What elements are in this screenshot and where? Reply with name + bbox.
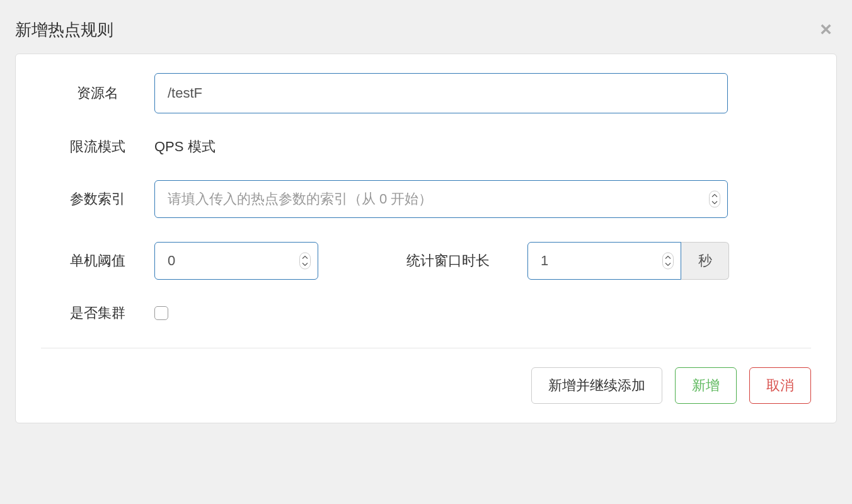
window-unit: 秒 <box>681 242 729 280</box>
chevron-down-icon[interactable] <box>710 200 719 206</box>
chevron-up-icon[interactable] <box>664 255 672 261</box>
mode-value: QPS 模式 <box>154 137 216 156</box>
control-param-index <box>154 180 811 218</box>
control-resource <box>154 73 811 113</box>
row-threshold: 单机阈值 统计窗口时长 <box>41 242 811 280</box>
label-mode: 限流模式 <box>41 137 154 156</box>
row-resource: 资源名 <box>41 73 811 113</box>
window-spinner[interactable] <box>662 253 674 270</box>
modal-header: 新增热点规则 × <box>0 0 852 54</box>
cancel-button[interactable]: 取消 <box>749 367 811 404</box>
window-group: 秒 <box>527 242 729 280</box>
control-mode: QPS 模式 <box>154 137 811 156</box>
chevron-down-icon[interactable] <box>664 261 672 268</box>
label-cluster: 是否集群 <box>41 304 154 323</box>
param-index-input[interactable] <box>154 180 728 218</box>
chevron-down-icon[interactable] <box>301 261 309 268</box>
modal-title: 新增热点规则 <box>15 19 113 41</box>
label-window: 统计窗口时长 <box>406 251 490 270</box>
label-threshold: 单机阈值 <box>41 251 154 270</box>
param-index-spinner[interactable] <box>709 191 720 208</box>
window-input[interactable] <box>527 242 681 280</box>
control-threshold: 统计窗口时长 秒 <box>154 242 811 280</box>
threshold-spinner[interactable] <box>299 253 311 270</box>
chevron-up-icon[interactable] <box>301 255 309 261</box>
control-cluster <box>154 306 811 320</box>
add-continue-button[interactable]: 新增并继续添加 <box>531 367 662 404</box>
row-param-index: 参数索引 <box>41 180 811 218</box>
close-icon[interactable]: × <box>815 19 837 39</box>
label-resource: 资源名 <box>41 84 154 103</box>
row-cluster: 是否集群 <box>41 304 811 323</box>
add-button[interactable]: 新增 <box>675 367 737 404</box>
cluster-checkbox[interactable] <box>154 306 168 320</box>
row-mode: 限流模式 QPS 模式 <box>41 137 811 156</box>
threshold-group <box>154 242 318 280</box>
resource-input[interactable] <box>154 73 728 113</box>
chevron-up-icon[interactable] <box>710 193 719 199</box>
modal-body: 资源名 限流模式 QPS 模式 参数索引 <box>15 54 837 423</box>
modal-footer: 新增并继续添加 新增 取消 <box>41 348 811 404</box>
threshold-input[interactable] <box>154 242 318 280</box>
label-param-index: 参数索引 <box>41 190 154 209</box>
